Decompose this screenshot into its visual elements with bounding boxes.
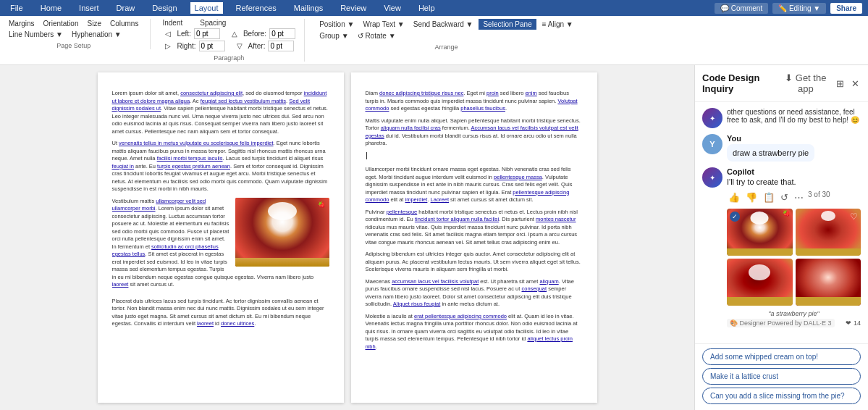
- page-1-para-2: Ut venenatis tellus in metus vulputate e…: [112, 140, 329, 193]
- like-count: ❤ 14: [846, 319, 861, 327]
- heart-count-icon: ❤: [846, 319, 851, 327]
- copilot-response-avatar: ✦: [702, 167, 722, 188]
- page-2-para-1: Diam donec adipiscing tristique risus ne…: [366, 90, 583, 113]
- send-backward-button[interactable]: Send Backward ▼: [410, 20, 476, 29]
- document-page-2: Diam donec adipiscing tristique risus ne…: [351, 72, 597, 403]
- image-thumb-3[interactable]: [727, 259, 793, 306]
- editing-button[interactable]: ✏️ Editing ▼: [772, 3, 826, 14]
- arrange-row-1: Position ▼ Wrap Text ▼ Send Backward ▼ S…: [316, 19, 576, 30]
- user-text: draw a strawberry pie: [727, 144, 814, 162]
- page-2-para-2: Mattis vulputate enim nulla aliquet. Sap…: [366, 117, 583, 148]
- suggestion-1[interactable]: Add some whipped cream on top!: [702, 348, 861, 365]
- position-button[interactable]: Position ▼: [316, 20, 357, 29]
- rotate-button[interactable]: ↺ Rotate ▼: [355, 31, 399, 41]
- indent-right-input[interactable]: [199, 41, 225, 51]
- generated-image-grid: 🍓 ✓ ♡: [727, 209, 861, 306]
- main-content: Lorem ipsum dolor sit amet, consectetur …: [0, 65, 868, 410]
- wrap-text-button[interactable]: Wrap Text ▼: [360, 20, 407, 29]
- indent-left-row: ◁ Left: △ Before:: [162, 28, 295, 39]
- margins-button[interactable]: Margins: [6, 19, 38, 28]
- page-1-text: Lorem ipsum dolor sit amet, consectetur …: [112, 90, 329, 328]
- copy-button[interactable]: 📋: [762, 191, 776, 204]
- copilot-prev-text: other questions or need assistance, feel…: [727, 108, 861, 124]
- columns-button[interactable]: Columns: [107, 19, 141, 28]
- page-setup-group: Margins Orientation Size Columns Line Nu…: [6, 19, 151, 49]
- line-numbers-button[interactable]: Line Numbers ▼: [6, 30, 66, 39]
- grid-icon-button[interactable]: ⊞: [835, 71, 846, 96]
- indent-label: Indent: [162, 19, 182, 27]
- image-meta: 🎨 Designer Powered by DALL·E 3 ❤ 14: [727, 319, 861, 327]
- ribbon-actions: 💬 Comment ✏️ Editing ▼ Share: [715, 3, 862, 14]
- page-2-cursor: [366, 152, 583, 162]
- indent-right-label: Right:: [177, 42, 195, 50]
- suggestion-3[interactable]: Can you add a slice missing from the pie…: [702, 388, 861, 404]
- page-setup-label: Page Setup: [6, 42, 141, 49]
- regenerate-button[interactable]: ↺: [779, 191, 790, 204]
- ribbon-tab-layout[interactable]: Layout: [190, 2, 223, 14]
- ribbon-tab-insert[interactable]: Insert: [75, 2, 104, 14]
- ribbon-tab-design[interactable]: Design: [148, 2, 181, 14]
- page-2-para-6: Maecenas accumsan lacus vel facilisis vo…: [366, 278, 583, 309]
- share-button[interactable]: Share: [830, 3, 862, 14]
- suggestion-2[interactable]: Make it a lattice crust: [702, 368, 861, 385]
- group-button[interactable]: Group ▼: [316, 31, 351, 41]
- orientation-button[interactable]: Orientation: [41, 19, 82, 28]
- indent-left-input[interactable]: [194, 28, 220, 39]
- ribbon-tab-review[interactable]: Review: [336, 2, 371, 14]
- image-caption: "a strawberry pie": [727, 310, 861, 317]
- ribbon-tab-home[interactable]: Home: [36, 2, 66, 14]
- align-left-icon: ◁: [162, 29, 174, 38]
- thumbs-down-button[interactable]: 👎: [744, 191, 759, 204]
- spacing-label: Spacing: [200, 19, 226, 27]
- user-message-content: You draw a strawberry pie: [727, 134, 814, 162]
- indent-right-row: ▷ Right: ▽ After:: [162, 41, 294, 51]
- get-app-label: Get the app: [796, 72, 827, 94]
- before-input[interactable]: [269, 28, 295, 39]
- get-app-button[interactable]: ⬇ Get the app: [781, 71, 830, 96]
- image-thumb-4[interactable]: [796, 259, 861, 306]
- designer-badge: 🎨 Designer Powered by DALL·E 3: [727, 319, 835, 327]
- hyphenation-button[interactable]: Hyphenation ▼: [69, 30, 125, 39]
- before-label: Before:: [243, 30, 266, 38]
- layout-toolbar: Margins Orientation Size Columns Line Nu…: [0, 16, 868, 65]
- after-icon: ▽: [234, 41, 245, 51]
- size-button[interactable]: Size: [85, 19, 104, 28]
- panel-title: Code Design Inquiry: [702, 72, 781, 94]
- document-area: Lorem ipsum dolor sit amet, consectetur …: [0, 65, 694, 410]
- ribbon-tab-help[interactable]: Help: [414, 2, 439, 14]
- like-number: 14: [854, 319, 861, 327]
- more-button[interactable]: ⋯: [793, 191, 805, 204]
- align-right-icon: ▷: [162, 41, 174, 51]
- copilot-messages: ✦ other questions or need assistance, fe…: [695, 102, 868, 343]
- after-input[interactable]: [268, 41, 294, 51]
- comment-button[interactable]: 💬 Comment: [715, 3, 768, 14]
- ribbon-tab-references[interactable]: References: [232, 2, 281, 14]
- response-actions: 👍 👎 📋 ↺ ⋯ 3 of 30: [727, 191, 861, 204]
- ribbon-tab-draw[interactable]: Draw: [112, 2, 140, 14]
- paragraph-label: Paragraph: [162, 54, 295, 62]
- document-image-pie: 🍓: [235, 198, 329, 267]
- selection-pane-button[interactable]: Selection Pane: [479, 19, 536, 30]
- page-count: 3 of 30: [808, 191, 830, 204]
- toolbar-row-1: Margins Orientation Size Columns: [6, 19, 141, 28]
- page-2-para-4: Pulvinar pellentesque habitant morbi tri…: [366, 209, 583, 247]
- copilot-name: Copilot: [727, 167, 861, 176]
- ribbon-tab-file[interactable]: File: [6, 2, 28, 14]
- page-1-para-4: Placerat duis ultrices lacus sed turpis …: [112, 298, 329, 328]
- copilot-avatar: ✦: [702, 108, 722, 128]
- ribbon-tab-view[interactable]: View: [379, 2, 405, 14]
- designer-icon: 🎨: [730, 319, 738, 327]
- image-thumb-1[interactable]: 🍓 ✓: [727, 209, 793, 256]
- pie-image-3: [727, 259, 793, 306]
- panel-header: Code Design Inquiry ⬇ Get the app ⊞ ✕: [695, 65, 868, 102]
- image-thumb-2[interactable]: ♡: [796, 209, 861, 256]
- copilot-prev-content: other questions or need assistance, feel…: [727, 108, 861, 124]
- align-button[interactable]: ≡ Align ▼: [539, 20, 576, 29]
- arrange-group: Position ▼ Wrap Text ▼ Send Backward ▼ S…: [316, 19, 585, 51]
- selected-indicator: ✓: [730, 212, 740, 222]
- ribbon-tab-mailings[interactable]: Mailings: [290, 2, 327, 14]
- thumbs-up-button[interactable]: 👍: [727, 191, 741, 204]
- page-2-text: Diam donec adipiscing tristique risus ne…: [366, 90, 583, 351]
- heart-icon: ♡: [850, 212, 858, 222]
- close-icon-button[interactable]: ✕: [850, 71, 861, 96]
